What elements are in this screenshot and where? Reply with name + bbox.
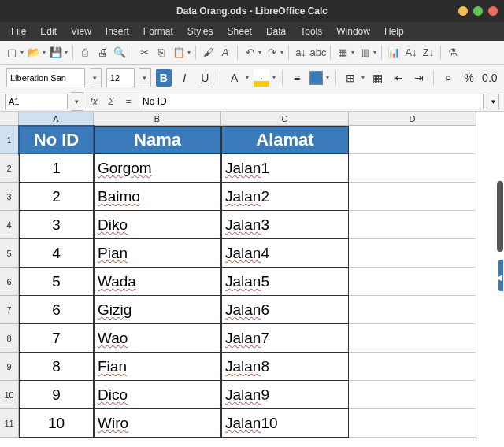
name-box-dropdown[interactable]: ▾ (71, 92, 83, 111)
highlight-color-button[interactable]: · (254, 69, 269, 87)
close-button[interactable] (488, 6, 498, 16)
cell-id[interactable]: 7 (19, 324, 94, 353)
menu-data[interactable]: Data (260, 24, 292, 39)
redo-icon[interactable]: ↷ (265, 46, 279, 60)
name-box[interactable] (5, 94, 68, 109)
cell-id[interactable]: 10 (19, 409, 94, 438)
formula-icon[interactable]: = (121, 94, 135, 109)
decimal-button[interactable]: 0.0 (482, 69, 498, 87)
cell-nama[interactable]: Fian (94, 353, 221, 381)
col-header-c[interactable]: C (221, 112, 349, 126)
align-left-button[interactable]: ≡ (289, 69, 305, 87)
cell-empty[interactable] (349, 296, 476, 324)
open-icon[interactable]: 📂 (27, 46, 41, 60)
sum-icon[interactable]: Σ (104, 94, 118, 109)
row-header-8[interactable]: 8 (0, 324, 19, 353)
cell-nama[interactable]: Wiro (94, 409, 221, 438)
cell-id[interactable]: 3 (19, 211, 94, 239)
menu-insert[interactable]: Insert (99, 24, 135, 39)
col-header-a[interactable]: A (19, 112, 94, 126)
sort-icon[interactable]: a↓ (294, 46, 308, 60)
cell-nama[interactable]: Wao (94, 324, 221, 353)
menu-sheet[interactable]: Sheet (221, 24, 258, 39)
cell-empty[interactable] (349, 183, 476, 211)
minimize-button[interactable] (458, 6, 468, 16)
cell-empty[interactable] (349, 353, 476, 381)
column-icon[interactable]: ▥ (358, 46, 372, 60)
cell-alamat[interactable]: Jalan 3 (221, 211, 349, 239)
save-icon[interactable]: 💾 (49, 46, 63, 60)
row-header-4[interactable]: 4 (0, 211, 19, 239)
row-header-5[interactable]: 5 (0, 239, 19, 268)
col-header-d[interactable]: D (349, 112, 476, 126)
cell-empty[interactable] (349, 324, 476, 353)
background-color-button[interactable] (309, 71, 323, 85)
cell-id[interactable]: 8 (19, 353, 94, 381)
font-name-combo[interactable] (6, 68, 85, 87)
cell-alamat[interactable]: Jalan 9 (221, 381, 349, 409)
row-header-1[interactable]: 1 (0, 126, 19, 154)
font-size-dropdown[interactable]: ▾ (139, 68, 151, 87)
spellcheck-icon[interactable]: abc (311, 46, 325, 60)
cell-nama[interactable]: Wada (94, 268, 221, 296)
menu-window[interactable]: Window (330, 24, 376, 39)
cell-id[interactable]: 5 (19, 268, 94, 296)
cell-d1[interactable] (349, 126, 476, 154)
function-wizard-icon[interactable]: fx (87, 94, 101, 109)
indent-decrease-button[interactable]: ⇤ (391, 69, 406, 87)
col-header-b[interactable]: B (94, 112, 221, 126)
indent-increase-button[interactable]: ⇥ (411, 69, 427, 87)
menu-format[interactable]: Format (137, 24, 180, 39)
filter-icon[interactable]: ⚗ (446, 46, 460, 60)
cell-empty[interactable] (349, 381, 476, 409)
cut-icon[interactable]: ✂ (137, 46, 151, 60)
cell-id[interactable]: 2 (19, 183, 94, 211)
cell-nama[interactable]: Gizig (94, 296, 221, 324)
cell-nama[interactable]: Dico (94, 381, 221, 409)
italic-button[interactable]: I (176, 69, 192, 87)
menu-file[interactable]: File (5, 24, 32, 39)
cell-empty[interactable] (349, 239, 476, 268)
menu-edit[interactable]: Edit (34, 24, 63, 39)
row-header-11[interactable]: 11 (0, 409, 19, 438)
cell-alamat[interactable]: Jalan 1 (221, 154, 349, 183)
cell-nama[interactable]: Pian (94, 239, 221, 268)
font-size-combo[interactable] (106, 68, 135, 87)
cell-empty[interactable] (349, 211, 476, 239)
row-header-7[interactable]: 7 (0, 296, 19, 324)
cell-alamat[interactable]: Jalan 10 (221, 409, 349, 438)
maximize-button[interactable] (473, 6, 483, 16)
chart-icon[interactable]: 📊 (387, 46, 401, 60)
export-pdf-icon[interactable]: ⎙ (78, 46, 92, 60)
row-header-10[interactable]: 10 (0, 381, 19, 409)
undo-icon[interactable]: ↶ (243, 46, 257, 60)
select-all-corner[interactable] (0, 112, 19, 126)
row-header-3[interactable]: 3 (0, 183, 19, 211)
cell-nama[interactable]: Diko (94, 211, 221, 239)
cell-alamat[interactable]: Jalan 8 (221, 353, 349, 381)
cell-empty[interactable] (349, 154, 476, 183)
cell-alamat[interactable]: Jalan 6 (221, 296, 349, 324)
cell-grid[interactable]: No ID Nama Alamat 1GorgomJalan 12BaimoJa… (19, 126, 476, 438)
font-name-dropdown[interactable]: ▾ (90, 68, 102, 87)
cell-alamat[interactable]: Jalan 5 (221, 268, 349, 296)
percent-button[interactable]: % (461, 69, 476, 87)
copy-icon[interactable]: ⎘ (154, 46, 169, 60)
cell-id[interactable]: 1 (19, 154, 94, 183)
underline-button[interactable]: U (197, 69, 213, 87)
menu-tools[interactable]: Tools (294, 24, 328, 39)
cell-c1[interactable]: Alamat (221, 126, 349, 154)
cell-a1[interactable]: No ID (19, 126, 94, 154)
cell-nama[interactable]: Baimo (94, 183, 221, 211)
menu-view[interactable]: View (65, 24, 98, 39)
print-preview-icon[interactable]: 🔍 (113, 46, 127, 60)
sort-desc-icon[interactable]: Z↓ (421, 46, 435, 60)
row-header-2[interactable]: 2 (0, 154, 19, 183)
bold-button[interactable]: B (156, 69, 172, 87)
merge-cells-button[interactable]: ⊞ (343, 69, 358, 87)
row-header-9[interactable]: 9 (0, 353, 19, 381)
cell-alamat[interactable]: Jalan 7 (221, 324, 349, 353)
new-icon[interactable]: ▢ (5, 46, 19, 60)
cell-alamat[interactable]: Jalan 4 (221, 239, 349, 268)
borders-button[interactable]: ▦ (369, 69, 385, 87)
